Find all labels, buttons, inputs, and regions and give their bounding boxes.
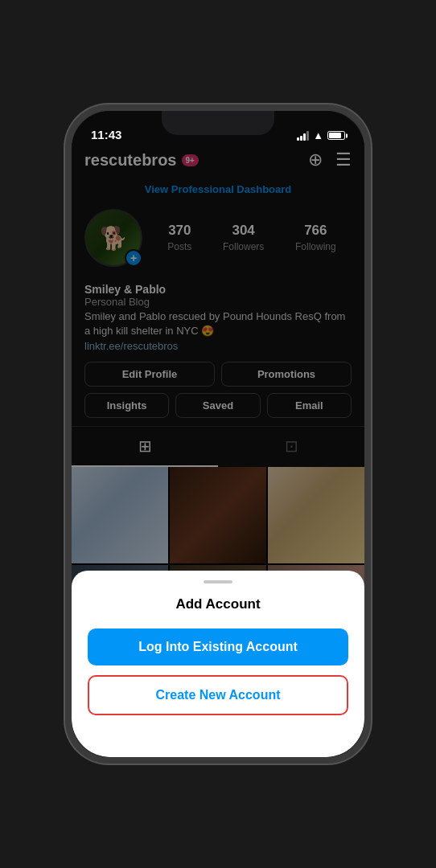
avatar-emoji: 🐕 [100, 225, 128, 252]
status-icons: ▲ [297, 129, 345, 141]
following-label: Following [295, 241, 336, 252]
signal-icon [297, 131, 309, 141]
following-stat[interactable]: 766 Following [295, 223, 336, 253]
followers-label: Followers [223, 241, 264, 252]
posts-stat: 370 Posts [167, 223, 191, 253]
notification-badge: 9+ [182, 154, 199, 166]
posts-count: 370 [167, 223, 191, 239]
followers-stat[interactable]: 304 Followers [223, 223, 264, 253]
photo-cell-1[interactable] [72, 467, 168, 563]
bio-category: Personal Blog [84, 296, 352, 308]
posts-label: Posts [167, 241, 191, 252]
phone-frame: 11:43 ▲ rescutebros 9+ [65, 104, 371, 764]
app-content: 11:43 ▲ rescutebros 9+ [72, 111, 364, 757]
avatar-wrap: 🐕 + [84, 209, 142, 267]
profile-stats-row: 🐕 + 370 Posts 304 Followers [84, 209, 352, 267]
sheet-title: Add Account [88, 596, 348, 612]
bottom-sheet: Add Account Log Into Existing Account Cr… [72, 571, 364, 757]
photo-cell-2[interactable] [170, 467, 266, 563]
username-wrap: rescutebros 9+ [84, 151, 199, 170]
bio-section: Smiley & Pablo Personal Blog Smiley and … [72, 276, 364, 355]
add-post-icon[interactable]: ⊕ [308, 149, 323, 170]
stats-container: 370 Posts 304 Followers 766 Following [152, 223, 352, 253]
login-existing-button[interactable]: Log Into Existing Account [88, 628, 348, 665]
bio-link[interactable]: linktr.ee/rescutebros [84, 340, 352, 352]
photo-cell-3[interactable] [268, 467, 364, 563]
content-tabs: ⊞ ⊡ [72, 426, 364, 467]
battery-icon [327, 131, 345, 140]
pro-dashboard-link[interactable]: View Professional Dashboard [145, 183, 292, 195]
tag-icon: ⊡ [285, 436, 298, 456]
tab-grid[interactable]: ⊞ [72, 427, 218, 467]
header-icons: ⊕ ☰ [308, 149, 352, 170]
following-count: 766 [295, 223, 336, 239]
notch [162, 111, 274, 135]
wifi-icon: ▲ [313, 129, 323, 141]
action-buttons: Edit Profile Promotions Insights Saved E… [72, 355, 364, 423]
bio-text: Smiley and Pablo rescued by Pound Hounds… [84, 309, 352, 338]
grid-icon: ⊞ [138, 436, 152, 456]
bio-name: Smiley & Pablo [84, 283, 352, 296]
avatar-add-button[interactable]: + [125, 249, 142, 267]
status-time: 11:43 [91, 128, 121, 141]
profile-section: 🐕 + 370 Posts 304 Followers [72, 203, 364, 276]
promotions-button[interactable]: Promotions [221, 362, 352, 387]
followers-count: 304 [223, 223, 264, 239]
tab-tag[interactable]: ⊡ [218, 427, 364, 467]
insights-button[interactable]: Insights [84, 393, 169, 418]
pro-dashboard: View Professional Dashboard [72, 178, 364, 203]
sheet-handle [204, 580, 232, 583]
action-row-2: Insights Saved Email [84, 393, 352, 418]
phone-screen: 11:43 ▲ rescutebros 9+ [72, 111, 364, 757]
edit-profile-button[interactable]: Edit Profile [84, 362, 215, 387]
email-button[interactable]: Email [267, 393, 352, 418]
action-row-1: Edit Profile Promotions [84, 362, 352, 387]
username-text: rescutebros [84, 151, 177, 170]
menu-icon[interactable]: ☰ [335, 149, 352, 170]
saved-button[interactable]: Saved [175, 393, 260, 418]
create-new-account-button[interactable]: Create New Account [88, 675, 348, 715]
